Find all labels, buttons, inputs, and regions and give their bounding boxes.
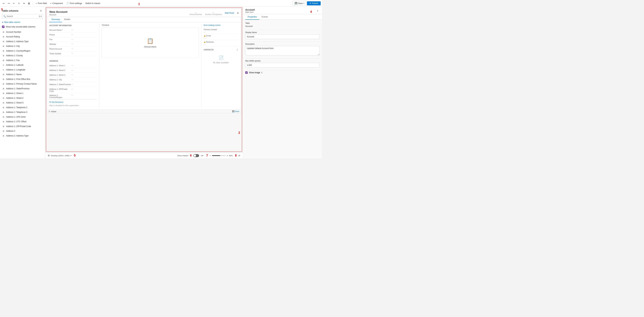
column-item-address1_stateorprovince[interactable]: ⊞ Address 1: State/Province bbox=[0, 86, 45, 91]
form-field-button[interactable]: + Form field bbox=[34, 1, 48, 5]
col-icon-account_rating: ⊞ bbox=[2, 35, 5, 38]
column-item-address1_country[interactable]: ⊞ Address 1: Country/Region bbox=[0, 48, 45, 53]
column-item-address1_telephone3[interactable]: ⊞ Address 1: Telephone 3 bbox=[0, 110, 45, 115]
field-label: Address 1: Street 2 bbox=[50, 69, 71, 71]
display-name-input[interactable] bbox=[245, 34, 320, 39]
column-item-address1_upszone[interactable]: ⊞ Address 1: UPS Zone bbox=[0, 115, 45, 119]
zoom-percent: 66% bbox=[229, 155, 233, 157]
show-image-checkbox[interactable] bbox=[245, 71, 248, 74]
tab-events[interactable]: Events bbox=[259, 14, 270, 20]
address-field: Address 1: Street 3 --- bbox=[50, 73, 97, 77]
search-input[interactable] bbox=[2, 14, 43, 18]
form-status-icon: ⊡ bbox=[49, 110, 50, 112]
form-settings-button[interactable]: 📄 Form settings bbox=[64, 1, 84, 5]
filter-dropdown[interactable]: ⊻ ▾ bbox=[39, 15, 42, 17]
column-item-address2_addresstype[interactable]: ⊞ Address 2: Address Type bbox=[0, 133, 45, 138]
switch-classic-button[interactable]: Switch to classic bbox=[84, 1, 102, 5]
column-item-address1_fax[interactable]: ⊞ Address 1: Fax bbox=[0, 58, 45, 63]
zoom-minus-button[interactable]: − bbox=[210, 154, 211, 157]
timeline-content: 📋 Almost there bbox=[102, 28, 199, 58]
address-section-title: ADDRESS bbox=[50, 60, 97, 62]
max-width-property: Max Width (pixels) bbox=[245, 60, 320, 67]
field-value: --- bbox=[71, 52, 97, 54]
new-table-column-button[interactable]: + New table column bbox=[0, 20, 45, 24]
email-label: 🔒 Email bbox=[204, 35, 238, 37]
tab-details[interactable]: Details bbox=[62, 17, 72, 22]
account-field: Parent Account --- bbox=[50, 47, 97, 51]
num-employees-dots: ··· bbox=[205, 11, 222, 13]
component-button[interactable]: + Component bbox=[48, 1, 64, 5]
column-item-address1_telephone2[interactable]: ⊞ Address 1: Telephone 2 bbox=[0, 105, 45, 110]
left-panel: Table columns ✕ 🔍 ⊻ ▾ + New table column… bbox=[0, 7, 45, 158]
paste-dropdown-button[interactable]: ▾ bbox=[22, 1, 26, 6]
field-label: Parent Account bbox=[50, 47, 71, 50]
show-unused-checkbox[interactable] bbox=[2, 25, 4, 28]
column-item-address1_name[interactable]: ⊞ Address 1: Name bbox=[0, 72, 45, 77]
column-item-address1_addresstypecode[interactable]: ⊞ Address 1: Address Type bbox=[0, 39, 45, 44]
form-field-label: Form field bbox=[38, 2, 47, 4]
copy-button[interactable]: ⎘ bbox=[16, 1, 21, 6]
search-icon: 🔍 bbox=[3, 15, 6, 18]
refresh-icon[interactable]: ⟳ bbox=[238, 154, 240, 157]
desktop-dropdown[interactable]: ▾ bbox=[70, 154, 72, 157]
form-save-button[interactable]: 💾 Save bbox=[232, 110, 239, 112]
column-item-address1_street3[interactable]: ⊞ Address 1: Street 3 bbox=[0, 100, 45, 105]
label-2: 2 bbox=[238, 131, 240, 135]
error-loading-control[interactable]: Error loading control bbox=[204, 24, 220, 26]
zoom-plus-button[interactable]: + bbox=[226, 154, 228, 157]
left-panel-close-button[interactable]: ✕ bbox=[39, 9, 43, 13]
col-label-address1_city: Address 1: City bbox=[6, 45, 20, 47]
zoom-track[interactable] bbox=[212, 155, 226, 156]
form-title-block: New Account Account bbox=[50, 10, 68, 16]
owner-name[interactable]: Matt Peart bbox=[225, 12, 234, 14]
save-dropdown-icon[interactable]: ▾ bbox=[304, 2, 304, 4]
description-textarea[interactable]: Updated default Account form. bbox=[245, 46, 320, 55]
delete-button[interactable]: 🗑 bbox=[27, 1, 31, 6]
column-item-address1_longitude[interactable]: ⊙ Address 1: Longitude bbox=[0, 67, 45, 72]
tab-summary[interactable]: Summary bbox=[50, 17, 62, 22]
column-item-account_number[interactable]: ⊞ Account Number bbox=[0, 30, 45, 34]
col-label-address1_stateorprovince: Address 1: State/Province bbox=[6, 87, 30, 90]
column-item-address1_primarycontactname[interactable]: ⊞ Address 1: Primary Contact Name bbox=[0, 81, 45, 86]
show-hidden-toggle[interactable] bbox=[193, 154, 199, 157]
form-mid-column: Timeline 📋 Almost there bbox=[99, 24, 201, 108]
cut-button[interactable]: ✂ bbox=[12, 1, 16, 6]
column-item-address1_postalcode[interactable]: ⊞ Address 1: ZIP/Postal Code bbox=[0, 124, 45, 129]
label-6: 6 bbox=[190, 154, 192, 157]
max-width-input[interactable] bbox=[245, 63, 320, 67]
save-label: Save bbox=[298, 2, 302, 4]
publish-button[interactable]: ⬆ Publish bbox=[307, 1, 321, 5]
undo-button[interactable]: ↩ bbox=[1, 1, 6, 6]
column-item-account_rating[interactable]: ⊞ Account Rating bbox=[0, 34, 45, 39]
get-directions-button[interactable]: ⊕ Get Directions bbox=[50, 101, 64, 103]
column-item-address1_postofficebox[interactable]: ⊞ Address 1: Post Office Box bbox=[0, 77, 45, 81]
save-button[interactable]: 💾 Save ▾ bbox=[292, 1, 306, 5]
contacts-more-button[interactable]: ⋮ bbox=[236, 48, 238, 51]
col-icon-address1_utcoffset: ⊞ bbox=[2, 120, 5, 123]
col-label-address1_utcoffset: Address 1: UTC Offset bbox=[6, 120, 26, 123]
column-item-address1_utcoffset[interactable]: ⊞ Address 1: UTC Offset bbox=[0, 119, 45, 124]
center-panel: 2 New Account Account ··· Annual Revenue bbox=[45, 7, 243, 158]
column-item-address1_city[interactable]: ⊞ Address 1: City bbox=[0, 44, 45, 48]
column-item-address1_street2[interactable]: ⊞ Address 1: Street 2 bbox=[0, 96, 45, 100]
col-icon-address1_name: ⊞ bbox=[2, 73, 5, 76]
form-title: New Account bbox=[50, 10, 68, 14]
form-header-chevron-down[interactable]: ▾ bbox=[237, 11, 238, 15]
business-label: 🔒 Business bbox=[204, 41, 238, 43]
address-field: Address 1: Street 1 --- bbox=[50, 63, 97, 68]
no-data-block: 📄 No data available. bbox=[204, 52, 238, 67]
no-data-label: No data available. bbox=[213, 61, 229, 64]
column-item-address2[interactable]: ⊞ Address 2 bbox=[0, 129, 45, 133]
column-item-address1_latitude[interactable]: ⊙ Address 1: Latitude bbox=[0, 63, 45, 67]
show-unused-label[interactable]: Show only unused table columns bbox=[6, 25, 35, 28]
tab-properties[interactable]: Properties bbox=[245, 14, 259, 20]
owner-block: Matt Peart bbox=[225, 12, 234, 14]
almost-there-icon: 📋 bbox=[147, 38, 154, 44]
column-item-address1_county[interactable]: ⊞ Address 1: County bbox=[0, 53, 45, 58]
info-icon[interactable]: ℹ bbox=[262, 71, 262, 74]
right-panel-close-button[interactable]: × bbox=[316, 9, 320, 13]
redo-button[interactable]: ↪ bbox=[6, 1, 11, 6]
account-info-section-title: ACCOUNT INFORMATION bbox=[50, 24, 97, 26]
column-item-address1_street1[interactable]: ⊞ Address 1: Street 1 bbox=[0, 91, 45, 96]
show-image-label[interactable]: Show image bbox=[249, 71, 260, 74]
